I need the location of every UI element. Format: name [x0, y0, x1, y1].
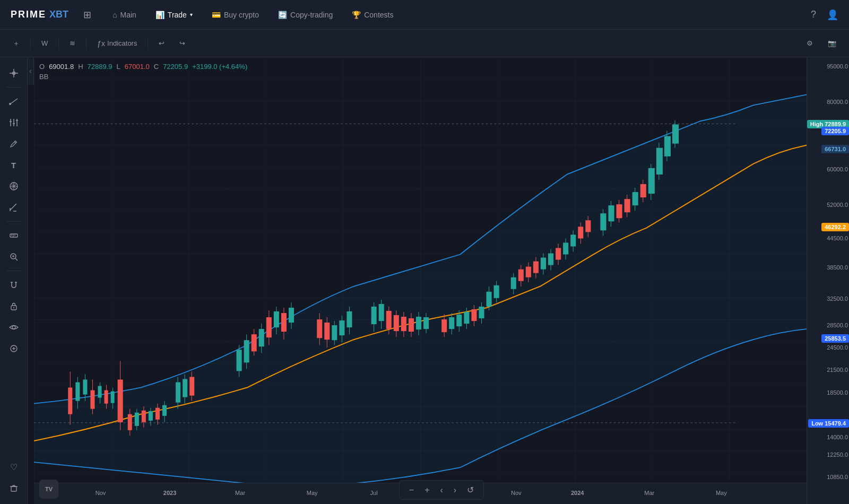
- high-value: 72889.9: [88, 63, 112, 71]
- tool-ruler[interactable]: [4, 226, 23, 245]
- zoom-out-button[interactable]: −: [407, 484, 416, 496]
- help-icon[interactable]: ?: [811, 9, 816, 20]
- tool-eye[interactable]: [4, 318, 23, 337]
- bar-style-button[interactable]: ≋: [65, 37, 80, 50]
- svg-rect-72: [162, 405, 167, 416]
- price-10850: 10850.0: [827, 474, 848, 480]
- tool-bars[interactable]: [4, 113, 23, 132]
- svg-rect-148: [548, 254, 553, 265]
- price-44500: 44500.0: [827, 235, 848, 241]
- price-80000: 80000.0: [827, 99, 848, 105]
- nav-copy-trading-label: Copy-trading: [290, 11, 333, 19]
- timeframe-button[interactable]: W: [37, 37, 52, 50]
- main-layout: T: [0, 57, 849, 504]
- svg-rect-170: [640, 184, 646, 197]
- account-icon[interactable]: 👤: [827, 9, 838, 21]
- low-label: L: [117, 63, 120, 71]
- svg-rect-90: [274, 311, 279, 327]
- tool-zoom[interactable]: [4, 247, 23, 266]
- svg-rect-112: [394, 315, 399, 331]
- tool-edit2[interactable]: [4, 339, 23, 358]
- low-price: 15479.4: [825, 420, 846, 427]
- grid-icon[interactable]: ⊞: [83, 9, 91, 21]
- svg-rect-33: [11, 486, 16, 491]
- current-price: 72205.9: [825, 128, 846, 134]
- svg-rect-150: [556, 248, 561, 259]
- zoom-in-button[interactable]: +: [422, 484, 431, 496]
- left-tools: T: [0, 57, 28, 504]
- svg-text:Nov: Nov: [96, 490, 106, 496]
- tool-text[interactable]: T: [4, 155, 23, 175]
- svg-rect-132: [479, 307, 484, 318]
- svg-rect-134: [487, 292, 492, 307]
- price-badge-25853: 25853.5: [821, 334, 849, 343]
- tool-pencil[interactable]: [4, 134, 23, 153]
- toolbar-divider-3: [86, 37, 86, 50]
- svg-rect-62: [128, 414, 132, 430]
- indicators-label: Indicators: [107, 39, 137, 47]
- tv-logo-text: TV: [45, 486, 53, 492]
- logo-prime-text: PRIME: [11, 9, 46, 20]
- svg-rect-156: [578, 227, 583, 238]
- topnav: PRIME XBT ⊞ ⌂ Main 📊 Trade ▾ 💳 Buy crypt…: [0, 0, 849, 30]
- tool-favorite[interactable]: ♡: [4, 457, 23, 476]
- price-24500: 24500.0: [827, 344, 848, 351]
- svg-rect-130: [471, 309, 477, 321]
- svg-rect-160: [600, 213, 606, 230]
- nav-item-copy-trading[interactable]: 🔄 Copy-trading: [270, 6, 341, 23]
- tool-pattern[interactable]: [4, 177, 23, 196]
- undo-button[interactable]: ↩: [154, 37, 169, 50]
- price-badge-current: 72205.9: [821, 127, 849, 135]
- svg-rect-144: [533, 262, 539, 273]
- svg-text:May: May: [307, 490, 318, 496]
- nav-item-buy-crypto[interactable]: 💳 Buy crypto: [203, 6, 267, 23]
- camera-button[interactable]: 📷: [824, 37, 841, 50]
- close-label: C: [154, 63, 159, 71]
- settings-button[interactable]: ⚙: [802, 37, 817, 50]
- svg-rect-58: [111, 392, 115, 403]
- nav-item-contests[interactable]: 🏆 Contests: [343, 6, 402, 23]
- svg-rect-66: [142, 411, 146, 422]
- svg-rect-80: [237, 350, 242, 371]
- bar-style-icon: ≋: [70, 39, 75, 47]
- logo[interactable]: PRIME XBT: [11, 9, 68, 20]
- add-chart-button[interactable]: ＋: [8, 36, 24, 51]
- svg-rect-68: [149, 411, 153, 421]
- next-button[interactable]: ›: [452, 484, 458, 496]
- svg-text:Nov: Nov: [511, 490, 522, 496]
- contests-icon: 🏆: [352, 11, 361, 19]
- price-14000: 14000.0: [827, 434, 848, 440]
- tool-lock[interactable]: [4, 297, 23, 316]
- tradingview-logo: TV: [39, 480, 58, 499]
- price-60000: 60000.0: [827, 166, 848, 172]
- nav-item-trade[interactable]: 📊 Trade ▾: [147, 6, 201, 23]
- redo-icon: ↪: [179, 39, 185, 47]
- price-axis: High 72889.9 72205.9 66731.0 46292.2 258…: [807, 57, 849, 504]
- chart-area: O 69001.8 H 72889.9 L 67001.0 C 72205.9 …: [34, 57, 849, 504]
- redo-button[interactable]: ↪: [175, 37, 189, 50]
- svg-point-28: [13, 307, 14, 308]
- tool-magnet[interactable]: [4, 275, 23, 294]
- svg-line-11: [14, 142, 16, 143]
- nav-contests-label: Contests: [364, 11, 393, 19]
- main-icon: ⌂: [112, 11, 117, 19]
- tool-trash[interactable]: [4, 479, 23, 498]
- tool-measure[interactable]: [4, 198, 23, 217]
- tool-line[interactable]: [4, 92, 23, 111]
- svg-rect-108: [379, 304, 384, 321]
- tool-crosshair[interactable]: [4, 64, 23, 83]
- price-46292: 46292.2: [825, 224, 846, 230]
- indicators-button[interactable]: ƒx Indicators: [93, 37, 141, 50]
- reset-button[interactable]: ↺: [465, 484, 476, 496]
- svg-text:Jul: Jul: [370, 490, 378, 496]
- price-38500: 38500.0: [827, 264, 848, 271]
- tools-collapse-button[interactable]: ‹: [28, 57, 34, 85]
- nav-item-main[interactable]: ⌂ Main: [104, 6, 145, 23]
- chart-svg[interactable]: [34, 57, 807, 494]
- svg-rect-162: [608, 205, 614, 221]
- copy-trading-icon: 🔄: [278, 11, 287, 19]
- prev-button[interactable]: ‹: [438, 484, 445, 496]
- svg-rect-164: [617, 204, 622, 218]
- svg-rect-17: [10, 234, 18, 237]
- svg-text:May: May: [716, 490, 727, 496]
